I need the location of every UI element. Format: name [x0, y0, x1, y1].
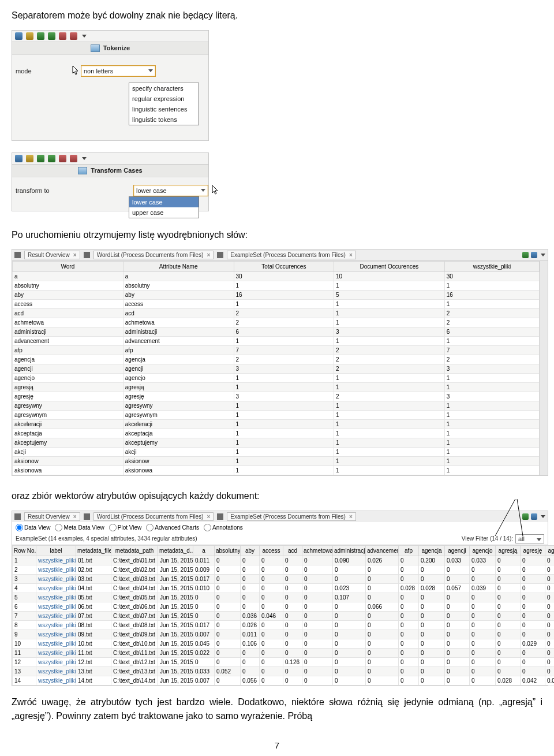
toolbar-icon[interactable] [70, 32, 77, 40]
exampleset-header[interactable]: agencji [445, 545, 470, 556]
exampleset-header[interactable]: label [36, 545, 76, 556]
view-option[interactable]: Annotations [204, 524, 243, 531]
mode-combobox[interactable]: non letters [81, 65, 156, 77]
table-row[interactable]: accessaccess111 [13, 300, 540, 309]
toolbar-dropdown-icon[interactable] [541, 515, 545, 518]
table-row[interactable]: aksionowaksionow111 [13, 457, 540, 466]
toolbar-icon[interactable] [26, 155, 33, 162]
wordlist-header[interactable]: Word [13, 262, 123, 272]
table-row[interactable]: 14wszystkie_pliki14.txtC:\text_db\14.txt… [13, 676, 555, 685]
view-option-radio[interactable] [109, 524, 117, 531]
table-row[interactable]: agencjiagencji323 [13, 364, 540, 374]
toolbar-dropdown-icon[interactable] [541, 254, 545, 256]
exampleset-header[interactable]: absolutny [215, 545, 241, 556]
exampleset-header[interactable]: achmetowa [302, 545, 333, 556]
exampleset-header[interactable]: metadata_path [111, 545, 158, 556]
table-row[interactable]: afpafp727 [13, 346, 540, 355]
view-option-radio[interactable] [55, 524, 62, 531]
toolbar-icon[interactable] [48, 32, 55, 40]
table-row[interactable]: 2wszystkie_pliki02.txtC:\text_db\02.txtJ… [13, 565, 555, 574]
table-row[interactable]: 6wszystkie_pliki06.txtC:\text_db\06.txtJ… [13, 602, 555, 611]
table-row[interactable]: 8wszystkie_pliki08.txtC:\text_db\08.txtJ… [13, 620, 555, 630]
table-row[interactable]: 5wszystkie_pliki05.txtC:\text_db\05.txtJ… [13, 593, 555, 602]
table-row[interactable]: agresjęagresję323 [13, 392, 540, 401]
table-row[interactable]: 3wszystkie_pliki03.txtC:\text_db\03.txtJ… [13, 574, 555, 583]
table-row[interactable]: advancementadvancement111 [13, 337, 540, 346]
export-icon[interactable] [522, 513, 529, 520]
close-icon[interactable]: × [349, 513, 353, 520]
exampleset-header[interactable]: metadata_d... [158, 545, 193, 556]
toolbar-icon[interactable] [59, 155, 66, 162]
close-icon[interactable]: × [207, 513, 211, 520]
mode-option[interactable]: specify characters [129, 83, 199, 94]
view-filter-combobox[interactable]: all [515, 534, 544, 543]
toolbar-icon[interactable] [15, 32, 23, 40]
toolbar-icon[interactable] [37, 155, 44, 162]
table-row[interactable]: agresywnyagresywny111 [13, 401, 540, 411]
table-row[interactable]: absolutnyabsolutny111 [13, 281, 540, 291]
save-icon[interactable] [531, 252, 537, 258]
table-row[interactable]: 1wszystkie_pliki01.txtC:\text_db\01.txtJ… [13, 556, 555, 565]
table-row[interactable]: 7wszystkie_pliki07.txtC:\text_db\07.txtJ… [13, 611, 555, 620]
table-row[interactable]: akceptujemyakceptujemy111 [13, 438, 540, 448]
table-row[interactable]: administracjiadministracji636 [13, 327, 540, 337]
table-row[interactable]: 13wszystkie_pliki13.txtC:\text_db\13.txt… [13, 666, 555, 676]
exampleset-header[interactable]: advancement [366, 545, 399, 556]
close-icon[interactable]: × [73, 252, 77, 258]
toolbar-icon[interactable] [70, 155, 77, 162]
view-option-radio[interactable] [16, 524, 23, 531]
vertical-scrollbar[interactable] [540, 261, 548, 475]
table-row[interactable]: agresywnymagresywnym111 [13, 411, 540, 420]
tab-result-overview[interactable]: Result Overview× [24, 512, 80, 521]
view-option-radio[interactable] [146, 524, 154, 531]
tab-wordlist[interactable]: WordList (Process Documents from Files)× [93, 251, 214, 259]
exampleset-header[interactable]: agencjo [470, 545, 496, 556]
mode-option-list[interactable]: specify characters regular expression li… [129, 83, 199, 125]
toolbar-icon[interactable] [37, 32, 44, 40]
table-row[interactable]: aksionowaaksionowa111 [13, 466, 540, 475]
table-row[interactable]: agencjoagencjo111 [13, 374, 540, 383]
transform-to-option-list[interactable]: lower case upper case [129, 196, 199, 218]
mode-option[interactable]: linguistic sentences [129, 104, 199, 114]
table-row[interactable]: akcjiakcji111 [13, 448, 540, 457]
exampleset-header[interactable]: a [193, 545, 215, 556]
exampleset-header[interactable]: aby [241, 545, 260, 556]
transform-to-combobox[interactable]: lower case [133, 185, 208, 196]
table-row[interactable]: 4wszystkie_pliki04.txtC:\text_db\04.txtJ… [13, 583, 555, 593]
transform-to-option[interactable]: upper case [129, 207, 199, 218]
toolbar-icon[interactable] [59, 32, 66, 40]
tab-wordlist[interactable]: WordList (Process Documents from Files)× [93, 512, 214, 521]
toolbar-icon[interactable] [26, 32, 33, 40]
toolbar-dropdown-icon[interactable] [82, 157, 87, 160]
save-icon[interactable] [531, 513, 537, 520]
table-row[interactable]: 9wszystkie_pliki09.txtC:\text_db\09.txtJ… [13, 630, 555, 639]
table-row[interactable]: agresjąagresją111 [13, 383, 540, 392]
table-row[interactable]: akceptacjaakceptacja111 [13, 429, 540, 438]
table-row[interactable]: 11wszystkie_pliki11.txtC:\text_db\11.txt… [13, 648, 555, 657]
close-icon[interactable]: × [207, 252, 211, 258]
exampleset-header[interactable]: afp [399, 545, 419, 556]
table-row[interactable]: akceleracjiakceleracji111 [13, 420, 540, 429]
table-row[interactable]: aa301030 [13, 272, 540, 281]
wordlist-header[interactable]: wszystkie_pliki [444, 262, 539, 272]
view-option-radio[interactable] [204, 524, 211, 531]
tab-exampleset[interactable]: ExampleSet (Process Documents from Files… [227, 512, 355, 521]
exampleset-header[interactable]: metadata_file [76, 545, 111, 556]
table-row[interactable]: abyaby16516 [13, 291, 540, 300]
table-row[interactable]: acdacd212 [13, 309, 540, 318]
tab-result-overview[interactable]: Result Overview× [24, 251, 80, 259]
export-icon[interactable] [522, 252, 529, 258]
exampleset-header[interactable]: access [260, 545, 283, 556]
exampleset-header[interactable]: Row No. [13, 545, 36, 556]
transform-to-option[interactable]: lower case [129, 197, 199, 207]
table-row[interactable]: 12wszystkie_pliki12.txtC:\text_db\12.txt… [13, 657, 555, 666]
close-icon[interactable]: × [73, 513, 77, 520]
exampleset-header[interactable]: agresją [496, 545, 521, 556]
wordlist-header[interactable]: Document Occurences [334, 262, 445, 272]
exampleset-header[interactable]: acd [283, 545, 302, 556]
view-option[interactable]: Plot View [109, 524, 142, 531]
wordlist-header[interactable]: Attribute Name [123, 262, 234, 272]
mode-option[interactable]: regular expression [129, 94, 199, 104]
table-row[interactable]: 10wszystkie_pliki10.txtC:\text_db\10.txt… [13, 639, 555, 648]
wordlist-header[interactable]: Total Occurences [234, 262, 334, 272]
